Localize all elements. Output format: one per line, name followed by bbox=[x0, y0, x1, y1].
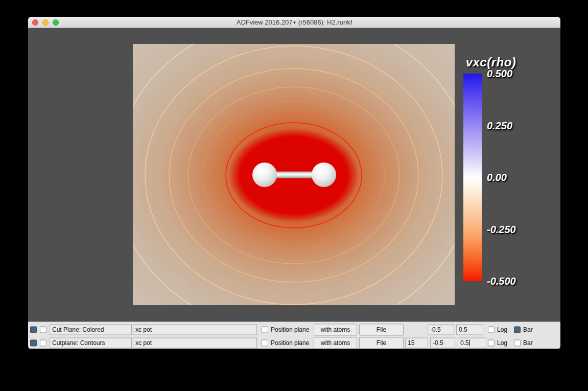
position-plane-label: Position plane bbox=[271, 326, 309, 333]
enable-checkbox[interactable] bbox=[30, 326, 37, 333]
row-title-field[interactable]: Cutplane: Contours bbox=[50, 337, 132, 348]
log-label: Log bbox=[497, 326, 507, 333]
log-checkbox[interactable] bbox=[488, 326, 495, 333]
quantity-field[interactable]: xc pot bbox=[133, 337, 257, 348]
secondary-checkbox[interactable] bbox=[40, 326, 46, 333]
row-title-field[interactable]: Cut Plane: Colored bbox=[50, 324, 132, 335]
cutplane-colored-row: Cut Plane: Colored xc pot Position plane… bbox=[28, 323, 560, 336]
position-plane-label: Position plane bbox=[271, 339, 309, 347]
colorbar-legend: vxc(rho) 0.500 0.250 0.00 -0.250 -0.500 bbox=[462, 55, 544, 281]
bar-label: Bar bbox=[523, 326, 533, 333]
titlebar[interactable]: ADFview 2016.207+ (r56086): H2.runkf bbox=[28, 17, 560, 28]
log-label: Log bbox=[497, 339, 507, 347]
control-bar: Cut Plane: Colored xc pot Position plane… bbox=[28, 321, 560, 349]
tick-label: 0.500 bbox=[487, 68, 512, 80]
bar-label: Bar bbox=[523, 339, 533, 347]
render-viewport[interactable]: vxc(rho) 0.500 0.250 0.00 -0.250 -0.500 bbox=[28, 28, 560, 321]
file-button[interactable]: File bbox=[359, 337, 404, 349]
text-cursor bbox=[469, 339, 470, 346]
with-atoms-button[interactable]: with atoms bbox=[314, 324, 357, 335]
colorbar-ticks: 0.500 0.250 0.00 -0.250 -0.500 bbox=[487, 74, 543, 281]
min-value-field[interactable]: -0.5 bbox=[430, 337, 455, 348]
max-value-field[interactable]: 0.5 bbox=[456, 324, 483, 335]
tick-label: 0.00 bbox=[487, 172, 507, 183]
quantity-field[interactable]: xc pot bbox=[133, 324, 257, 335]
max-value-field[interactable]: 0.5 bbox=[458, 337, 486, 348]
cutplane-visualization[interactable] bbox=[133, 44, 455, 305]
with-atoms-button[interactable]: with atoms bbox=[314, 337, 357, 349]
window-title: ADFview 2016.207+ (r56086): H2.runkf bbox=[28, 17, 560, 28]
adfview-window: ADFview 2016.207+ (r56086): H2.runkf bbox=[28, 17, 560, 349]
position-plane-checkbox[interactable] bbox=[262, 326, 268, 333]
min-value-field[interactable]: -0.5 bbox=[428, 324, 454, 335]
cutplane-contours-row: Cutplane: Contours xc pot Position plane… bbox=[28, 336, 560, 349]
tick-label: 0.250 bbox=[487, 120, 512, 131]
hydrogen-atom-2[interactable] bbox=[312, 163, 336, 187]
bar-checkbox[interactable] bbox=[514, 326, 521, 333]
tick-label: -0.500 bbox=[487, 275, 516, 287]
log-checkbox[interactable] bbox=[488, 339, 495, 346]
secondary-checkbox[interactable] bbox=[40, 339, 46, 346]
contour-count-field[interactable]: 15 bbox=[405, 337, 428, 348]
position-plane-checkbox[interactable] bbox=[262, 339, 268, 346]
file-button[interactable]: File bbox=[359, 324, 404, 335]
colorbar-gradient bbox=[463, 74, 482, 281]
tick-label: -0.250 bbox=[487, 223, 516, 235]
bar-checkbox[interactable] bbox=[514, 339, 521, 346]
enable-checkbox[interactable] bbox=[30, 339, 37, 346]
hydrogen-atom-1[interactable] bbox=[252, 163, 277, 187]
